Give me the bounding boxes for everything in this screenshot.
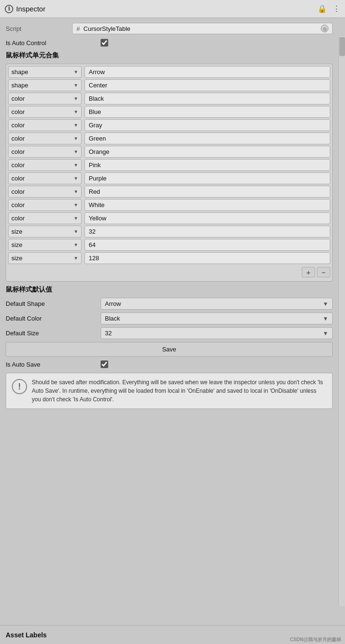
dropdown-arrow-8: ▼	[74, 176, 78, 181]
row-type-dropdown-14[interactable]: size ▼	[8, 252, 82, 264]
watermark: CSDN@我与岁月的森林	[290, 636, 341, 643]
row-type-label-7: color	[11, 161, 25, 169]
auto-control-label: Is Auto Control	[6, 39, 101, 47]
row-value-4[interactable]: Gray	[84, 119, 330, 131]
row-type-label-11: color	[11, 215, 25, 222]
row-type-dropdown-2[interactable]: color ▼	[8, 93, 82, 104]
table-row: color ▼ White	[8, 199, 330, 211]
table-row: color ▼ Gray	[8, 119, 330, 131]
row-value-3[interactable]: Blue	[84, 106, 330, 118]
row-type-label-2: color	[11, 95, 25, 102]
row-type-label-10: color	[11, 201, 25, 208]
default-row-1: Default Color Black ▼	[6, 313, 333, 324]
row-value-10[interactable]: White	[84, 199, 330, 211]
row-value-6[interactable]: Orange	[84, 146, 330, 158]
info-text: Should be saved after modification. Ever…	[32, 378, 326, 404]
table-row: color ▼ Black	[8, 93, 330, 104]
row-value-9[interactable]: Red	[84, 186, 330, 198]
dropdown-arrow-9: ▼	[74, 189, 78, 194]
row-type-dropdown-8[interactable]: color ▼	[8, 172, 82, 184]
row-value-5[interactable]: Green	[84, 133, 330, 144]
row-type-dropdown-12[interactable]: size ▼	[8, 226, 82, 237]
auto-save-label: Is Auto Save	[6, 361, 101, 368]
row-type-label-1: shape	[11, 82, 28, 89]
row-type-label-12: size	[11, 228, 22, 235]
row-type-dropdown-1[interactable]: shape ▼	[8, 79, 82, 91]
auto-save-row: Is Auto Save	[6, 360, 333, 368]
add-row-button[interactable]: +	[302, 267, 315, 277]
row-type-dropdown-7[interactable]: color ▼	[8, 159, 82, 171]
defaults-heading: 鼠标样式默认值	[6, 285, 333, 294]
row-value-8[interactable]: Purple	[84, 172, 330, 184]
row-type-label-6: color	[11, 148, 25, 155]
table-row: color ▼ Yellow	[8, 212, 330, 224]
row-value-1[interactable]: Center	[84, 79, 330, 91]
dropdown-arrow-12: ▼	[74, 229, 78, 234]
default-dropdown-1[interactable]: Black ▼	[101, 313, 333, 324]
default-dropdown-0[interactable]: Arrow ▼	[101, 298, 333, 310]
remove-row-button[interactable]: −	[317, 267, 330, 277]
lock-icon[interactable]: 🔒	[317, 4, 327, 13]
script-label: Script	[6, 25, 72, 32]
dropdown-arrow-5: ▼	[74, 136, 78, 141]
dropdown-arrow-3: ▼	[74, 109, 78, 114]
collection-table: shape ▼ Arrow shape ▼ Center color ▼ Bla…	[6, 64, 333, 282]
dropdown-arrow-1: ▼	[74, 83, 78, 88]
default-label-0: Default Shape	[6, 300, 101, 307]
default-row-0: Default Shape Arrow ▼	[6, 298, 333, 310]
row-value-14[interactable]: 128	[84, 252, 330, 264]
script-hash: #	[76, 25, 80, 32]
dropdown-arrow-11: ▼	[74, 216, 78, 221]
row-type-label-3: color	[11, 108, 25, 115]
row-value-13[interactable]: 64	[84, 239, 330, 251]
row-type-dropdown-6[interactable]: color ▼	[8, 146, 82, 158]
auto-control-checkbox[interactable]	[101, 39, 108, 47]
table-row: shape ▼ Center	[8, 79, 330, 91]
row-value-11[interactable]: Yellow	[84, 212, 330, 224]
more-icon[interactable]: ⋮	[333, 4, 340, 13]
script-pick-button[interactable]: ◎	[321, 25, 328, 32]
asset-labels-footer: Asset Labels CSDN@我与岁月的森林	[0, 625, 345, 644]
default-value-0: Arrow	[105, 300, 121, 307]
row-type-dropdown-4[interactable]: color ▼	[8, 119, 82, 131]
scrollbar-track[interactable]	[338, 36, 345, 606]
row-type-dropdown-3[interactable]: color ▼	[8, 106, 82, 118]
info-box: ! Should be saved after modification. Ev…	[6, 373, 333, 409]
header-actions: 🔒 ⋮	[317, 4, 340, 13]
info-warning-icon: !	[12, 379, 27, 394]
table-row: shape ▼ Arrow	[8, 66, 330, 78]
dropdown-arrow-0: ▼	[74, 69, 78, 75]
dropdown-arrow-13: ▼	[74, 242, 78, 247]
row-value-2[interactable]: Black	[84, 93, 330, 104]
save-button[interactable]: Save	[6, 342, 333, 357]
table-row: size ▼ 64	[8, 239, 330, 251]
row-value-12[interactable]: 32	[84, 226, 330, 237]
row-value-0[interactable]: Arrow	[84, 66, 330, 78]
row-type-dropdown-0[interactable]: shape ▼	[8, 66, 82, 78]
table-row: color ▼ Red	[8, 186, 330, 198]
table-actions: + −	[8, 267, 330, 277]
row-value-7[interactable]: Pink	[84, 159, 330, 171]
default-label-1: Default Color	[6, 315, 101, 322]
table-row: color ▼ Orange	[8, 146, 330, 158]
row-type-dropdown-9[interactable]: color ▼	[8, 186, 82, 198]
dropdown-arrow-7: ▼	[74, 162, 78, 168]
script-value-field[interactable]: # CursorStyleTable ◎	[72, 23, 333, 34]
default-dropdown-arrow-2: ▼	[323, 330, 328, 337]
default-dropdown-2[interactable]: 32 ▼	[101, 327, 333, 339]
default-label-2: Default Size	[6, 330, 101, 337]
collection-heading: 鼠标样式单元合集	[6, 51, 333, 60]
row-type-dropdown-13[interactable]: size ▼	[8, 239, 82, 251]
row-type-label-5: color	[11, 135, 25, 142]
auto-save-checkbox[interactable]	[101, 360, 108, 368]
row-type-label-0: shape	[11, 68, 28, 76]
inspector-title: Inspector	[16, 5, 46, 13]
scrollbar-thumb[interactable]	[339, 37, 345, 56]
row-type-label-14: size	[11, 255, 22, 262]
row-type-dropdown-10[interactable]: color ▼	[8, 199, 82, 211]
default-row-2: Default Size 32 ▼	[6, 327, 333, 339]
row-type-dropdown-5[interactable]: color ▼	[8, 133, 82, 144]
inspector-content: Script # CursorStyleTable ◎ Is Auto Cont…	[0, 18, 338, 625]
row-type-dropdown-11[interactable]: color ▼	[8, 212, 82, 224]
table-row: color ▼ Purple	[8, 172, 330, 184]
